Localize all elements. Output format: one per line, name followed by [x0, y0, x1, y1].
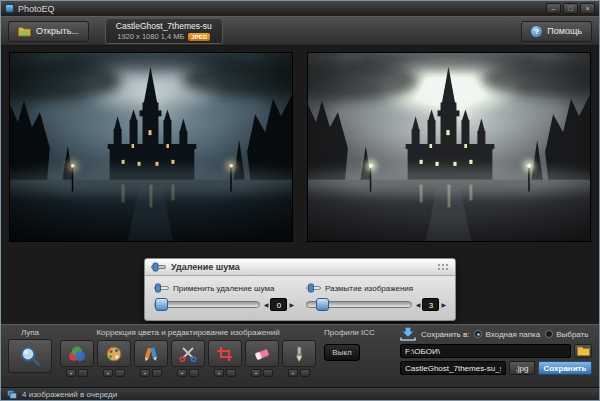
magnifier-button[interactable] — [8, 339, 52, 373]
color-balance-icon — [67, 346, 87, 362]
slider-icon — [151, 262, 166, 272]
open-button-label: Открыть... — [36, 26, 79, 36]
crop-tool-button[interactable] — [208, 340, 242, 367]
icc-toggle-button[interactable]: Выкл — [324, 344, 360, 361]
queue-icon — [7, 390, 17, 399]
radio-dot-selected — [474, 330, 482, 338]
help-button[interactable]: ? Помощь — [521, 21, 592, 42]
decrement-arrow-icon[interactable]: ◀ — [416, 299, 421, 311]
slider-icon — [154, 283, 169, 293]
palette-tool-button[interactable] — [97, 340, 131, 367]
pencils-icon — [141, 346, 161, 362]
output-path-input[interactable] — [400, 344, 571, 358]
noise-amount-value: 0 — [270, 298, 287, 311]
output-filename-input[interactable] — [400, 361, 506, 375]
bottom-toolbar: Лупа Коррекция цвета и редактирование из… — [1, 324, 599, 387]
save-to-label: Сохранить в: — [421, 330, 469, 339]
increment-arrow-icon[interactable]: ▶ — [441, 299, 446, 311]
scissors-tool-button[interactable] — [171, 340, 205, 367]
tool-mini-option-button[interactable] — [189, 369, 199, 377]
open-button[interactable]: Открыть... — [8, 21, 89, 42]
tool-mini-add-button[interactable]: + — [251, 369, 261, 377]
file-format-badge: JPEG — [188, 33, 210, 41]
status-text: 4 изображений в очереди — [22, 390, 117, 399]
eraser-tool-button[interactable] — [245, 340, 279, 367]
pencils-tool-button[interactable] — [134, 340, 168, 367]
radio-input-folder-label: Входная папка — [485, 330, 540, 339]
magnifier-section: Лупа — [8, 327, 52, 384]
save-button[interactable]: Сохранить — [538, 361, 592, 375]
blur-amount-slider[interactable] — [306, 301, 412, 308]
tool-mini-add-button[interactable]: + — [214, 369, 224, 377]
noise-amount-group: Применить удаление шума ◀ 0 ▶ — [154, 283, 294, 311]
radio-dot — [545, 330, 553, 338]
tool-mini-add-button[interactable]: + — [103, 369, 113, 377]
tool-mini-add-button[interactable]: + — [177, 369, 187, 377]
radio-choose-folder[interactable]: Выбрать — [545, 330, 588, 339]
drag-grip-icon[interactable] — [437, 263, 449, 271]
noise-amount-slider[interactable] — [154, 301, 260, 308]
folder-icon — [577, 346, 590, 356]
scissors-icon — [178, 346, 198, 362]
palette-icon — [104, 346, 124, 362]
tool-mini-option-button[interactable] — [152, 369, 162, 377]
app-icon — [5, 4, 14, 13]
decrement-arrow-icon[interactable]: ◀ — [264, 299, 269, 311]
eraser-icon — [252, 346, 272, 362]
tool-mini-option-button[interactable] — [115, 369, 125, 377]
brush-icon — [289, 346, 309, 362]
slider-icon — [306, 283, 321, 293]
tool-mini-add-button[interactable]: + — [66, 369, 76, 377]
content-area: Удаление шума Применить удаление — [1, 46, 599, 324]
file-name: CastleGhost_7themes-su — [116, 21, 212, 31]
save-section: Сохранить в: Входная папка Выбрать — [400, 327, 592, 384]
window-title: PhotoEQ — [18, 4, 55, 14]
increment-arrow-icon[interactable]: ▶ — [289, 299, 294, 311]
status-bar: 4 изображений в очереди — [1, 387, 599, 400]
radio-choose-folder-label: Выбрать — [556, 330, 588, 339]
save-to-icon — [400, 327, 416, 341]
browse-folder-button[interactable] — [574, 344, 592, 358]
open-folder-icon — [18, 26, 31, 37]
title-bar: PhotoEQ – □ × — [1, 1, 599, 16]
brush-tool-button[interactable] — [282, 340, 316, 367]
icc-label: Профили ICC — [324, 327, 375, 339]
color-balance-tool-button[interactable] — [60, 340, 94, 367]
preview-before-image[interactable] — [9, 52, 293, 242]
tool-mini-option-button[interactable] — [226, 369, 236, 377]
minimize-button[interactable]: – — [546, 3, 561, 14]
noise-panel-titlebar[interactable]: Удаление шума — [145, 259, 455, 276]
radio-input-folder[interactable]: Входная папка — [474, 330, 540, 339]
tools-section-label: Коррекция цвета и редактирование изображ… — [96, 327, 279, 339]
tool-mini-option-button[interactable] — [300, 369, 310, 377]
tool-mini-option-button[interactable] — [263, 369, 273, 377]
file-info-chip: CastleGhost_7themes-su 1920 x 1080 1,4 М… — [105, 18, 223, 44]
main-toolbar: Открыть... CastleGhost_7themes-su 1920 x… — [1, 16, 599, 46]
preview-after-image[interactable] — [307, 52, 591, 242]
tool-mini-option-button[interactable] — [78, 369, 88, 377]
help-button-label: Помощь — [547, 26, 582, 36]
blur-amount-value: 3 — [422, 298, 439, 311]
magnifier-icon — [19, 345, 41, 367]
file-meta: 1920 x 1080 1,4 МБ — [117, 32, 184, 41]
help-icon: ? — [531, 26, 542, 37]
noise-amount-label: Применить удаление шума — [173, 284, 274, 293]
magnifier-label: Лупа — [21, 327, 39, 339]
blur-amount-slider-handle[interactable] — [316, 298, 329, 311]
blur-amount-label: Размытие изображения — [325, 284, 413, 293]
tools-section: Коррекция цвета и редактирование изображ… — [60, 327, 316, 384]
blur-amount-group: Размытие изображения ◀ 3 ▶ — [306, 283, 446, 311]
tool-mini-add-button[interactable]: + — [140, 369, 150, 377]
noise-amount-slider-handle[interactable] — [155, 298, 168, 311]
crop-icon — [215, 346, 235, 362]
noise-removal-panel: Удаление шума Применить удаление — [144, 258, 456, 321]
file-extension-button[interactable]: .jpg — [509, 361, 535, 375]
close-button[interactable]: × — [580, 3, 595, 14]
photoeq-window: PhotoEQ – □ × Открыть... CastleGhost_7th… — [0, 0, 600, 401]
noise-panel-title: Удаление шума — [171, 262, 240, 272]
icc-section: Профили ICC Выкл — [324, 327, 375, 384]
tool-mini-add-button[interactable]: + — [288, 369, 298, 377]
maximize-button[interactable]: □ — [563, 3, 578, 14]
